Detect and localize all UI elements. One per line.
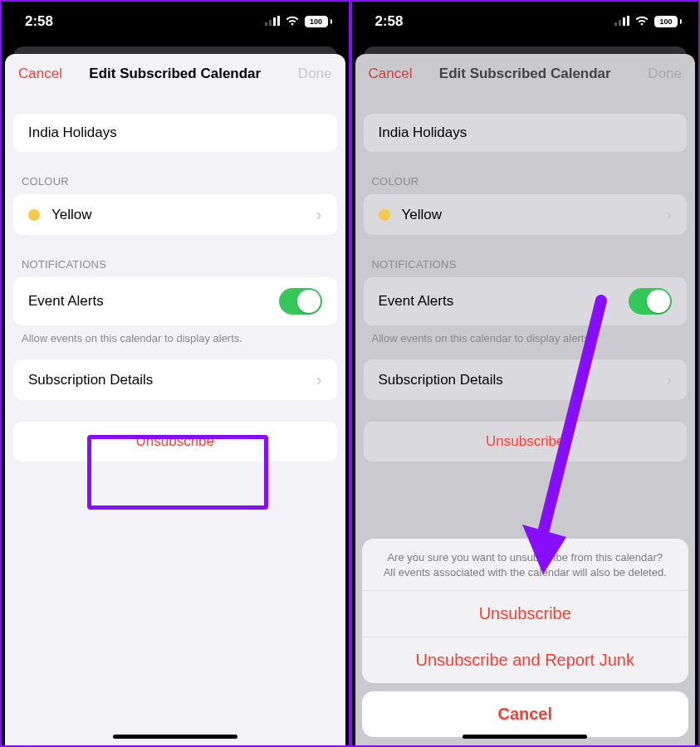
cancel-button[interactable]: Cancel bbox=[369, 66, 423, 82]
colour-header: COLOUR bbox=[355, 175, 696, 194]
status-bar: 2:58 100 bbox=[352, 2, 699, 42]
phone-right: 2:58 100 Cancel Edit Subscribed Calendar… bbox=[350, 0, 701, 747]
wifi-icon bbox=[285, 13, 300, 30]
battery-icon: 100 bbox=[654, 16, 682, 27]
wifi-icon bbox=[634, 13, 649, 30]
done-button[interactable]: Done bbox=[627, 66, 682, 82]
calendar-name-field[interactable]: India Holidays bbox=[13, 114, 337, 152]
status-time: 2:58 bbox=[25, 13, 53, 30]
colour-swatch-icon bbox=[28, 209, 40, 221]
action-report-junk-button[interactable]: Unsubscribe and Report Junk bbox=[362, 637, 689, 683]
svg-rect-5 bbox=[619, 20, 621, 26]
colour-name: Yellow bbox=[51, 207, 92, 223]
action-cancel-button[interactable]: Cancel bbox=[362, 691, 689, 737]
svg-rect-3 bbox=[277, 16, 280, 26]
status-bar: 2:58 100 bbox=[2, 2, 349, 42]
subscription-details-label: Subscription Details bbox=[379, 372, 503, 388]
calendar-name-field[interactable]: India Holidays bbox=[364, 114, 688, 152]
home-indicator[interactable] bbox=[463, 735, 587, 739]
svg-rect-2 bbox=[273, 17, 276, 26]
colour-header: COLOUR bbox=[5, 175, 345, 194]
calendar-name-value: India Holidays bbox=[28, 124, 117, 141]
done-button[interactable]: Done bbox=[277, 66, 332, 82]
cancel-button[interactable]: Cancel bbox=[18, 66, 73, 82]
action-sheet-message: Are you sure you want to unsubscribe fro… bbox=[362, 539, 689, 591]
cellular-icon bbox=[614, 13, 629, 30]
status-time: 2:58 bbox=[375, 13, 404, 30]
svg-rect-4 bbox=[614, 22, 617, 26]
event-alerts-helper: Allow events on this calendar to display… bbox=[355, 325, 696, 344]
svg-rect-0 bbox=[265, 22, 267, 26]
subscription-details-row[interactable]: Subscription Details › bbox=[13, 359, 337, 400]
event-alerts-label: Event Alerts bbox=[379, 293, 454, 310]
event-alerts-row: Event Alerts bbox=[364, 277, 688, 325]
colour-row[interactable]: Yellow › bbox=[13, 194, 337, 235]
chevron-right-icon: › bbox=[316, 205, 322, 224]
unsubscribe-button[interactable]: Unsubscribe bbox=[13, 422, 337, 461]
colour-swatch-icon bbox=[379, 209, 390, 221]
event-alerts-helper: Allow events on this calendar to display… bbox=[5, 325, 345, 344]
unsubscribe-button[interactable]: Unsubscribe bbox=[364, 422, 688, 461]
nav-title: Edit Subscribed Calendar bbox=[73, 66, 277, 82]
home-indicator[interactable] bbox=[113, 735, 237, 739]
subscription-details-row[interactable]: Subscription Details › bbox=[364, 359, 688, 400]
chevron-right-icon: › bbox=[666, 205, 672, 224]
event-alerts-row: Event Alerts bbox=[13, 277, 337, 325]
battery-icon: 100 bbox=[305, 16, 332, 27]
svg-rect-7 bbox=[627, 16, 629, 26]
chevron-right-icon: › bbox=[316, 370, 322, 389]
chevron-right-icon: › bbox=[666, 370, 672, 389]
phone-left: 2:58 100 Cancel Edit Subscribed Calendar… bbox=[0, 0, 350, 747]
nav-bar: Cancel Edit Subscribed Calendar Done bbox=[5, 54, 345, 90]
event-alerts-label: Event Alerts bbox=[28, 293, 104, 310]
cellular-icon bbox=[265, 13, 280, 30]
nav-bar: Cancel Edit Subscribed Calendar Done bbox=[355, 54, 696, 90]
action-unsubscribe-button[interactable]: Unsubscribe bbox=[362, 591, 689, 637]
colour-row[interactable]: Yellow › bbox=[364, 194, 688, 235]
notifications-header: NOTIFICATIONS bbox=[355, 258, 696, 277]
colour-name: Yellow bbox=[402, 207, 443, 223]
subscription-details-label: Subscription Details bbox=[28, 372, 153, 388]
svg-rect-6 bbox=[623, 17, 625, 26]
nav-title: Edit Subscribed Calendar bbox=[423, 66, 628, 82]
svg-rect-1 bbox=[269, 20, 272, 26]
edit-sheet: Cancel Edit Subscribed Calendar Done Ind… bbox=[5, 54, 345, 745]
notifications-header: NOTIFICATIONS bbox=[5, 258, 345, 277]
action-sheet: Are you sure you want to unsubscribe fro… bbox=[362, 539, 689, 737]
calendar-name-value: India Holidays bbox=[379, 124, 467, 141]
event-alerts-toggle[interactable] bbox=[629, 288, 672, 315]
event-alerts-toggle[interactable] bbox=[279, 288, 322, 315]
